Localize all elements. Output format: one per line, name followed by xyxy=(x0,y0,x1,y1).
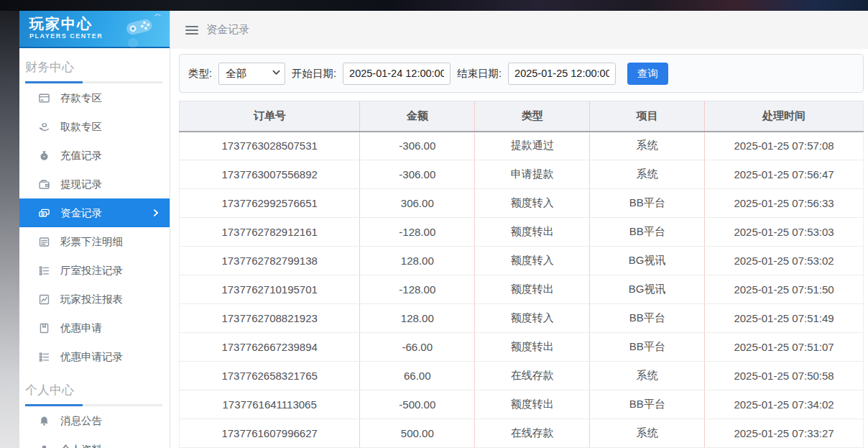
document-icon xyxy=(37,235,50,248)
table-row: 1737762710195701-128.00额度转出BG视讯2025-01-2… xyxy=(180,275,864,304)
table-row: 173776265832176566.00在线存款系统2025-01-25 07… xyxy=(180,362,864,390)
sidebar-item-list[interactable]: 厅室投注记录 xyxy=(19,256,170,285)
sidebar-item-withdraw-hand[interactable]: 取款专区 xyxy=(19,112,170,141)
report-chart-icon xyxy=(37,293,50,306)
table-cell: -66.00 xyxy=(360,333,475,362)
sidebar-item-label: 彩票下注明细 xyxy=(60,235,123,249)
sidebar-item-coupon[interactable]: 优惠申请 xyxy=(19,314,170,342)
sidebar-item-profile[interactable]: 个人资料 xyxy=(19,435,170,448)
sidebar-item-label: 玩家投注报表 xyxy=(60,293,123,306)
table-cell: 2025-01-25 07:51:50 xyxy=(705,275,864,304)
table-cell: 1737762708821923 xyxy=(180,304,360,333)
table-cell: 在线存款 xyxy=(475,362,590,390)
table-cell: 2025-01-25 07:50:58 xyxy=(705,362,864,390)
column-header-type: 类型 xyxy=(475,101,590,132)
table-cell: 306.00 xyxy=(360,189,475,218)
bell-icon xyxy=(37,414,50,427)
table-cell: 2025-01-25 07:56:33 xyxy=(705,189,864,218)
table-cell: 1737762667239894 xyxy=(180,333,360,362)
sidebar-item-label: 取款专区 xyxy=(60,120,102,134)
table-cell: 系统 xyxy=(590,160,705,189)
sidebar-item-label: 优惠申请 xyxy=(60,321,102,335)
sidebar-item-label: 充值记录 xyxy=(60,149,102,163)
table-cell: BG视讯 xyxy=(590,275,705,304)
table-cell: 2025-01-25 07:53:02 xyxy=(705,247,864,275)
sidebar: 玩家中心 PLAYERS CENTER xyxy=(19,11,170,448)
table-cell: -128.00 xyxy=(360,275,475,304)
table-cell: 1737763028507531 xyxy=(180,132,360,160)
column-header-order-no: 订单号 xyxy=(180,101,360,132)
withdraw-hand-icon xyxy=(37,120,50,133)
table-cell: 额度转出 xyxy=(475,390,590,419)
table-cell: 66.00 xyxy=(360,362,475,390)
table-cell: 1737762782799138 xyxy=(180,247,360,275)
table-row: 1737762992576651306.00额度转入BB平台2025-01-25… xyxy=(180,189,864,218)
table-cell: 系统 xyxy=(590,419,705,448)
table-row: 1737762667239894-66.00额度转出BB平台2025-01-25… xyxy=(180,333,864,362)
table-cell: 在线存款 xyxy=(475,419,590,448)
sidebar-item-wallet[interactable]: 提现记录 xyxy=(19,170,170,198)
table-cell: -128.00 xyxy=(360,218,475,247)
table-cell: 2025-01-25 07:51:49 xyxy=(705,304,864,333)
wallet-icon xyxy=(37,178,50,191)
table-cell: 1737761641113065 xyxy=(180,390,360,419)
sidebar-item-label: 厅室投注记录 xyxy=(60,264,123,278)
table-cell: 申请提款 xyxy=(475,160,590,189)
table-cell: -500.00 xyxy=(360,390,475,419)
table-cell: 提款通过 xyxy=(475,132,590,160)
app-window: 玩家中心 PLAYERS CENTER xyxy=(0,11,868,448)
table-cell: 2025-01-25 07:53:03 xyxy=(705,218,864,247)
start-date-input[interactable] xyxy=(343,63,451,85)
table-cell: 额度转出 xyxy=(475,275,590,304)
sidebar-item-moneybag[interactable]: 充值记录 xyxy=(19,141,170,170)
list-icon xyxy=(37,350,50,363)
records-table-wrap: 订单号 金额 类型 项目 处理时间 1737763028507531-306.0… xyxy=(179,101,864,448)
sidebar-item-label: 消息公告 xyxy=(60,414,102,428)
sidebar-nav: 财务中心存款专区取款专区充值记录提现记录资金记录彩票下注明细厅室投注记录玩家投注… xyxy=(19,48,170,448)
desktop-top-strip xyxy=(0,0,868,11)
type-select[interactable]: 全部 xyxy=(218,63,285,85)
start-date-label: 开始日期: xyxy=(292,67,336,81)
coupon-icon xyxy=(37,321,50,334)
section-heading: 个人中心 xyxy=(19,371,170,404)
table-cell: 系统 xyxy=(590,132,705,160)
sidebar-item-list[interactable]: 优惠申请记录 xyxy=(19,342,170,371)
table-cell: BB平台 xyxy=(590,390,705,419)
table-cell: 2025-01-25 07:34:02 xyxy=(705,390,864,419)
table-cell: -306.00 xyxy=(360,132,475,160)
table-cell: 128.00 xyxy=(360,304,475,333)
table-cell: BB平台 xyxy=(590,218,705,247)
brand-subtitle: PLAYERS CENTER xyxy=(29,32,170,40)
type-filter-label: 类型: xyxy=(188,67,212,81)
table-row: 1737762782799138128.00额度转入BG视讯2025-01-25… xyxy=(180,247,864,275)
table-cell: 2025-01-25 07:51:07 xyxy=(705,333,864,362)
sidebar-item-label: 优惠申请记录 xyxy=(60,350,123,364)
table-header-row: 订单号 金额 类型 项目 处理时间 xyxy=(180,101,864,132)
hamburger-menu-icon[interactable] xyxy=(185,25,198,35)
table-body: 1737763028507531-306.00提款通过系统2025-01-25 … xyxy=(180,132,864,448)
end-date-input[interactable] xyxy=(508,63,616,85)
table-cell: 1737762992576651 xyxy=(180,189,360,218)
sidebar-item-bell[interactable]: 消息公告 xyxy=(19,406,170,435)
type-select-wrap: 全部 xyxy=(218,63,285,85)
table-cell: 1737763007556892 xyxy=(180,160,360,189)
profile-icon xyxy=(37,443,50,448)
table-row: 1737763028507531-306.00提款通过系统2025-01-25 … xyxy=(180,132,864,160)
table-cell: BB平台 xyxy=(590,189,705,218)
sidebar-item-document[interactable]: 彩票下注明细 xyxy=(19,227,170,256)
table-cell: 2025-01-25 07:33:27 xyxy=(705,419,864,448)
sidebar-item-report-chart[interactable]: 玩家投注报表 xyxy=(19,285,170,314)
sidebar-item-funds[interactable]: 资金记录 xyxy=(19,198,170,227)
column-header-project: 项目 xyxy=(590,101,705,132)
sidebar-item-deposit-card[interactable]: 存款专区 xyxy=(19,83,170,112)
search-button[interactable]: 查询 xyxy=(627,63,668,85)
table-row: 1737761607996627500.00在线存款系统2025-01-25 0… xyxy=(180,419,864,448)
table-cell: BG视讯 xyxy=(590,247,705,275)
page-title: 资金记录 xyxy=(206,23,249,37)
table-cell: 系统 xyxy=(590,362,705,390)
moneybag-icon xyxy=(37,149,50,162)
sidebar-item-label: 个人资料 xyxy=(60,443,102,448)
chevron-right-icon xyxy=(151,208,161,220)
main-content: 资金记录 类型: 全部 开始日期: 结束日期: 查询 xyxy=(170,11,868,448)
end-date-label: 结束日期: xyxy=(457,67,502,81)
